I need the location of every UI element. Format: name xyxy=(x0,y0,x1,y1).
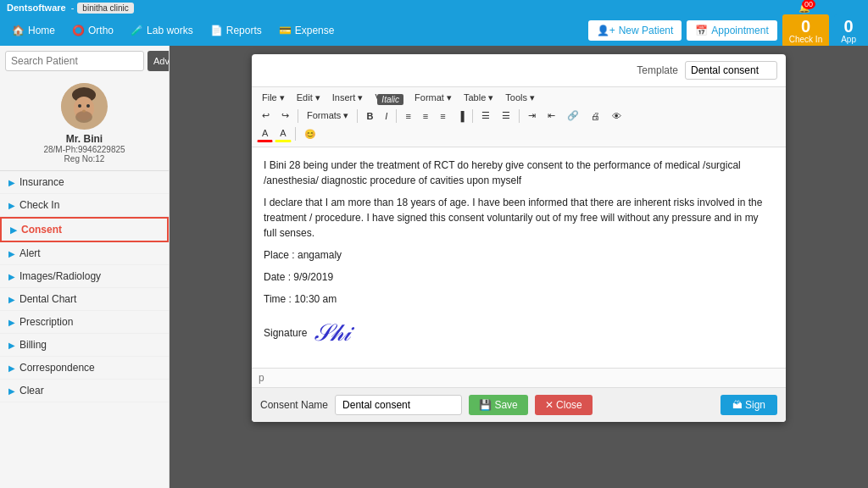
sidebar-item-dental-chart[interactable]: ▶ Dental Chart xyxy=(0,288,169,311)
list-button[interactable]: ☰ xyxy=(476,108,495,124)
sidebar-item-correspondence[interactable]: ▶ Correspondence xyxy=(0,357,169,380)
consent-para2: I declare that I am more than 18 years o… xyxy=(264,195,774,241)
formats-dropdown[interactable]: Formats ▾ xyxy=(302,108,353,124)
consent-panel: Template Dental consent File ▾ Edit ▾ In… xyxy=(252,54,786,422)
top-bar: Dentsoftware - binitha clinic 🔔 00 xyxy=(0,0,868,15)
nav-home[interactable]: 🏠 Home xyxy=(5,21,62,40)
nav-expense[interactable]: 💳 Expense xyxy=(272,21,342,40)
patient-name: Mr. Bini xyxy=(7,133,162,145)
editor-toolbar: File ▾ Edit ▾ Insert ▾ View ▾ Format ▾ T… xyxy=(252,87,786,147)
main-layout: Adv Mr. Bi xyxy=(0,46,868,488)
emoji-button[interactable]: 😊 xyxy=(299,126,321,142)
tools-menu[interactable]: Tools ▾ xyxy=(500,90,540,106)
color-toolbar-row: A A 😊 xyxy=(257,125,781,142)
chevron-right-icon: ▶ xyxy=(8,363,15,373)
align-center-button[interactable]: ≡ xyxy=(418,108,433,124)
patient-info: 28/M-Ph:9946229825 xyxy=(7,145,162,154)
redo-button[interactable]: ↪ xyxy=(276,108,294,124)
editor-footer: p xyxy=(252,368,786,387)
separator xyxy=(295,127,296,141)
italic-button[interactable]: I Italic xyxy=(380,108,392,124)
consent-date: Date : 9/9/2019 xyxy=(264,269,774,285)
sidebar-item-images[interactable]: ▶ Images/Radiology xyxy=(0,265,169,288)
undo-button[interactable]: ↩ xyxy=(257,108,275,124)
chevron-right-icon: ▶ xyxy=(8,249,15,258)
search-bar: Adv xyxy=(0,46,169,76)
search-input[interactable] xyxy=(5,51,144,71)
content-area: Template Dental consent File ▾ Edit ▾ In… xyxy=(170,46,868,488)
consent-header: Template Dental consent xyxy=(252,54,786,87)
clinic-badge: binitha clinic xyxy=(77,3,133,14)
save-button[interactable]: 💾 Save xyxy=(469,395,528,415)
sidebar-item-clear[interactable]: ▶ Clear xyxy=(0,380,169,402)
nav-reports[interactable]: 📄 Reports xyxy=(203,21,269,40)
align-justify-button[interactable]: ▐ xyxy=(453,108,470,124)
app-box: 0 App xyxy=(834,14,863,47)
patient-reg: Reg No:12 xyxy=(7,154,162,164)
ortho-icon: ⭕ xyxy=(72,25,85,36)
edit-menu[interactable]: Edit ▾ xyxy=(292,90,326,106)
sign-button[interactable]: 🏔 Sign xyxy=(721,395,777,415)
new-patient-button[interactable]: 👤+ New Patient xyxy=(588,20,682,41)
consent-bottom: Consent Name 💾 Save ✕ Close 🏔 Sign xyxy=(252,387,786,422)
avatar xyxy=(61,83,108,130)
app-logo: Dentsoftware xyxy=(7,3,66,13)
signature-label: Signature xyxy=(264,325,307,341)
sidebar-item-insurance[interactable]: ▶ Insurance xyxy=(0,171,169,194)
svg-point-5 xyxy=(86,104,90,108)
template-select[interactable]: Dental consent xyxy=(685,61,777,80)
signature-area: Signature 𝒮𝒽𝒾 xyxy=(264,315,774,351)
preview-button[interactable]: 👁 xyxy=(607,108,626,124)
indent-button[interactable]: ⇥ xyxy=(523,108,541,124)
chevron-right-icon: ▶ xyxy=(8,386,15,396)
separator xyxy=(396,109,397,123)
sidebar-item-prescription[interactable]: ▶ Prescription xyxy=(0,311,169,334)
font-color-button[interactable]: A xyxy=(257,125,273,142)
checkin-box: 0 Check In xyxy=(782,14,829,47)
editor-content[interactable]: I Bini 28 being under the treatment of R… xyxy=(252,147,786,368)
consent-name-input[interactable] xyxy=(335,395,462,415)
sidebar-item-alert[interactable]: ▶ Alert xyxy=(0,242,169,265)
sidebar-item-consent[interactable]: ▶ Consent xyxy=(0,217,169,242)
link-button[interactable]: 🔗 xyxy=(562,108,584,124)
patient-card: Mr. Bini 28/M-Ph:9946229825 Reg No:12 xyxy=(0,76,169,171)
svg-point-6 xyxy=(82,110,86,113)
format-menu[interactable]: Format ▾ xyxy=(409,90,457,106)
separator xyxy=(357,109,358,123)
ordered-list-button[interactable]: ☰ xyxy=(497,108,515,124)
align-left-button[interactable]: ≡ xyxy=(400,108,415,124)
sidebar: Adv Mr. Bi xyxy=(0,46,170,488)
file-menu[interactable]: File ▾ xyxy=(257,90,290,106)
appointment-button[interactable]: 📅 Appointment xyxy=(687,20,776,41)
print-button[interactable]: 🖨 xyxy=(586,108,605,124)
insert-menu[interactable]: Insert ▾ xyxy=(327,90,369,106)
nav-labworks[interactable]: 🧪 Lab works xyxy=(124,21,200,40)
align-right-button[interactable]: ≡ xyxy=(435,108,450,124)
sidebar-item-checkin[interactable]: ▶ Check In xyxy=(0,194,169,217)
bold-button[interactable]: B xyxy=(361,108,378,124)
new-patient-icon: 👤+ xyxy=(597,25,615,36)
nav-ortho[interactable]: ⭕ Ortho xyxy=(65,21,120,40)
sidebar-item-billing[interactable]: ▶ Billing xyxy=(0,334,169,357)
svg-point-3 xyxy=(75,111,92,123)
adv-button[interactable]: Adv xyxy=(147,51,170,71)
separator xyxy=(472,109,473,123)
signature-image: 𝒮𝒽𝒾 xyxy=(313,315,355,351)
nav-right: 👤+ New Patient 📅 Appointment 0 Check In … xyxy=(588,14,863,47)
chevron-right-icon: ▶ xyxy=(8,318,15,327)
table-menu[interactable]: Table ▾ xyxy=(459,90,498,106)
consent-name-label: Consent Name xyxy=(260,399,328,411)
chevron-right-icon: ▶ xyxy=(8,201,15,210)
chevron-right-icon: ▶ xyxy=(8,272,15,281)
expense-icon: 💳 xyxy=(279,25,292,36)
notification-bell[interactable]: 🔔 00 xyxy=(798,3,810,14)
format-toolbar-row: ↩ ↪ Formats ▾ B I Italic ≡ ≡ ≡ ▐ xyxy=(257,108,781,124)
labworks-icon: 🧪 xyxy=(131,25,143,36)
outdent-button[interactable]: ⇤ xyxy=(542,108,560,124)
highlight-button[interactable]: A xyxy=(275,125,291,142)
close-button[interactable]: ✕ Close xyxy=(535,395,593,415)
appointment-icon: 📅 xyxy=(695,25,708,36)
menu-toolbar-row: File ▾ Edit ▾ Insert ▾ View ▾ Format ▾ T… xyxy=(257,90,781,106)
chevron-right-icon: ▶ xyxy=(8,341,15,350)
consent-time: Time : 10:30 am xyxy=(264,291,774,307)
